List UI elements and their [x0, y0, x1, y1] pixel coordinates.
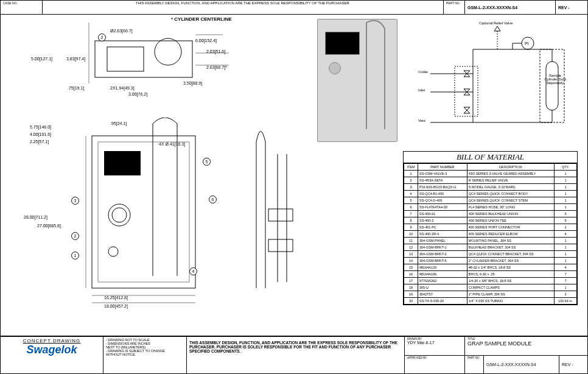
bom-cell: 2" CYLINDER BRACKET, 304 SS [467, 258, 554, 264]
svg-rect-9 [104, 151, 141, 175]
bom-cell: 1 [555, 191, 577, 197]
schematic-diagram: PI Optional Relief [418, 19, 576, 141]
case-no-label: CASE NO. [3, 1, 40, 5]
bom-col-header: QTY. [555, 164, 577, 171]
bom-row: 6SS-FL4TA4TA4-30FL4 SERIES HOSE, 30" LON… [404, 204, 577, 211]
bom-cell: 98164A133 [418, 264, 467, 271]
bom-cell: QC4 SERIES QUICK CONNECT STEM [467, 197, 554, 204]
bom-cell: 7 [404, 211, 418, 217]
note-line: WITHOUT NOTICE. [106, 353, 184, 356]
bom-row: 3PGI-63S-BG10-BAQX-GS MODEL GAUGE, 0-10 … [404, 184, 577, 191]
bom-cell: 1 [555, 284, 577, 291]
bom-cell: 400 SERIES BULKHEAD UNION [467, 211, 554, 217]
dim-350: 3.50[88.9] [183, 81, 202, 85]
header-disclaimer: THIS ASSEMBLY DESIGN, FUNCTION, AND APPL… [43, 1, 444, 14]
bom-cell: 1 [555, 197, 577, 204]
dim-4xd: 4X Ø.41[10.3] [159, 142, 185, 146]
bom-col-header: DESCRIPTION [467, 164, 554, 171]
bom-row: 10SS-400-2R-4400 SERIES REDUCER ELBOW4 [404, 231, 577, 238]
front-view-drawing [61, 118, 220, 312]
bom-cell: 1 [555, 258, 577, 264]
bom-cell: 400 SERIES REDUCER ELBOW [467, 231, 554, 238]
bom-col-header: ITEM [404, 164, 418, 171]
bom-cell: 12 [404, 244, 418, 251]
bom-cell: SS-QC4-B1-400 [418, 191, 467, 197]
bom-cell: 305-U [418, 284, 467, 291]
dim-2x194: 2X1.94[49.3] [110, 86, 135, 90]
svg-point-1 [155, 38, 181, 65]
bom-row: 11304-GSM-PANELMOUNTING PANEL, 304 SS1 [404, 238, 577, 244]
bom-cell: 2 [555, 291, 577, 298]
bom-row: 1598164A133#8-32 x 1/4" BHCS, 18-8 SS4 [404, 264, 577, 271]
balloon-5: 5 [203, 158, 211, 166]
bom-row: 7SS-400-61400 SERIES BULKHEAD UNION5 [404, 211, 577, 217]
svg-point-11 [112, 208, 127, 222]
schematic-vent-label: Vent [418, 119, 425, 122]
dim-1625: 16.25[412.8] [104, 295, 128, 300]
balloon-2b: 2 [71, 232, 79, 240]
bom-row: 4SS-QC4-B1-400QC4 SERIES QUICK CONNECT B… [404, 191, 577, 197]
bom-cell: 20 [404, 298, 418, 305]
bom-cell: 3 [404, 184, 418, 191]
bom-cell: 400 SERIES PORT CONNECTOR [467, 224, 554, 231]
dim-300: 3.00[76.2] [128, 92, 147, 96]
bom-cell: 4 [555, 264, 577, 271]
bom-cell: 5 [555, 217, 577, 224]
bom-cell: 2" PIPE CLAMP, 304 SS [467, 291, 554, 298]
bom-cell: 5 [555, 211, 577, 217]
balloon-4: 4 [189, 267, 197, 275]
bom-row: 18305-UCOMPACT CLAMPS1 [404, 284, 577, 291]
bom-cell: 7 [555, 271, 577, 278]
header-part-no: GSM-L-2-XXX-XXXXN-S4 [467, 5, 517, 10]
drawing-body: * CYLINDER CENTERLINE 2 Ø2.63[66.7] 6.00… [1, 14, 587, 337]
bill-of-material: BILL OF MATERIAL ITEMPART NUMBERDESCRIPT… [403, 151, 578, 305]
bom-row: 9SS-401-PC400 SERIES PORT CONNECTOR2 [404, 224, 577, 231]
dim-575: 5.75[146.0] [30, 125, 51, 129]
schematic-inlet-label: Inlet [418, 88, 425, 92]
dim-28: 28.00[711.2] [24, 215, 47, 219]
bom-cell: QC4 QUICK CONNECT BRACKET, 304 SS [467, 251, 554, 258]
bom-cell: 132.64 in. [555, 298, 577, 305]
bom-cell: SS-4R3A-SETA [418, 177, 467, 184]
bom-cell: 17 [404, 278, 418, 284]
title-value: GRAP SAMPLE MODULE [467, 340, 585, 347]
dim-400: 4.00[101.6] [30, 132, 51, 136]
top-view-drawing [65, 23, 235, 102]
bom-cell: 3042T57 [418, 291, 467, 298]
bom-row: 5SS-QC4-D-400QC4 SERIES QUICK CONNECT ST… [404, 197, 577, 204]
bom-row: 1SS-GSM-VALVE-343G SERIES 3-VALVE GEARED… [404, 171, 577, 177]
case-no-cell: CASE NO. [1, 1, 43, 14]
part-no-label-cell: PART NO. [444, 1, 465, 14]
bom-row: 193042T572" PIPE CLAMP, 304 SS2 [404, 291, 577, 298]
concept-drawing-label: CONCEPT DRAWING [3, 338, 100, 344]
balloon-2a: 2 [98, 34, 106, 41]
bom-cell: 5 [404, 197, 418, 204]
bom-cell: SS-400-2R-4 [418, 231, 467, 238]
footer-part-no: GSM-L-2-XXX-XXXXN-S4 [486, 362, 536, 367]
bom-cell: SS-QC4-D-400 [418, 197, 467, 204]
bom-cell: FL4 SERIES HOSE, 30" LONG [467, 204, 554, 211]
title-block: CONCEPT DRAWING Swagelok - DRAWING NOT T… [1, 336, 587, 373]
bom-cell: 4 [404, 191, 418, 197]
bom-cell: 400 SERIES UNION TEE [467, 217, 554, 224]
bom-cell: MOUNTING PANEL, 304 SS [467, 238, 554, 244]
drawing-sheet: CASE NO. THIS ASSEMBLY DESIGN, FUNCTION,… [0, 0, 588, 374]
bom-cell: 1 [555, 251, 577, 258]
svg-rect-34 [546, 62, 558, 110]
bom-cell: BULKHEAD BRACKET, 304 SS [467, 244, 554, 251]
bom-cell: 304-GSM-PANEL [418, 238, 467, 244]
bom-cell: 43G SERIES 3-VALVE GEARED ASSEMBLY [467, 171, 554, 177]
svg-point-12 [108, 247, 118, 256]
bom-cell: 304-GSM-BRKT-2 [418, 251, 467, 258]
dim-263: 2.63[66.7]* [206, 65, 227, 69]
bom-cell: 6 [404, 204, 418, 211]
dim-27: 27.00[685.8] [37, 224, 61, 228]
bom-row: 14304-GSM-BRKT-52" CYLINDER BRACKET, 304… [404, 258, 577, 264]
bom-row: 1797763A2621/4-20 x 3/8" BHCS, 18-8 SS7 [404, 278, 577, 284]
footer-rev: REV - [562, 362, 573, 367]
bom-cell: 4 [555, 231, 577, 238]
bom-cell: 1 [555, 184, 577, 191]
bom-cell: 2 [404, 177, 418, 184]
logo-cell: CONCEPT DRAWING Swagelok [1, 337, 103, 373]
bom-cell: 1 [404, 171, 418, 177]
